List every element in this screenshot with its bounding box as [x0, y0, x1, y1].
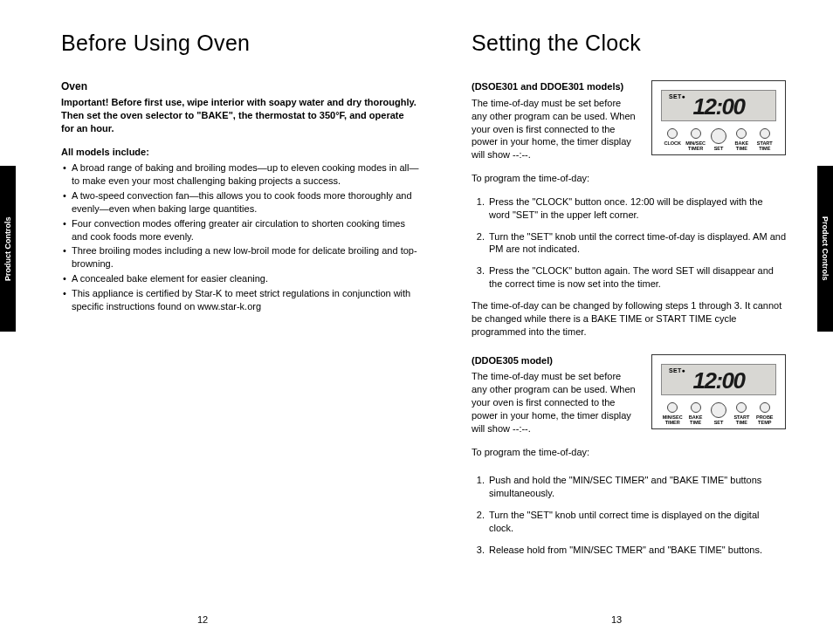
page-number-right: 13 — [611, 614, 622, 625]
intro-text-2: The time-of-day must be set before any o… — [472, 370, 637, 435]
panel-buttons-1: CLOCK MIN/SEC TIMER SET BAKE TIME START … — [661, 128, 776, 151]
lcd-display-1: SET● 12:00 — [661, 90, 776, 121]
minsec-button-icon — [691, 128, 701, 139]
list-item: A two-speed convection fan—this allows y… — [61, 189, 419, 216]
btn-label: CLOCK — [661, 140, 684, 146]
list-item: Push and hold the "MIN/SEC TIMER" and "B… — [487, 474, 786, 500]
page-title-left: Before Using Oven — [61, 31, 419, 56]
list-item: Press the "CLOCK" button again. The word… — [487, 264, 786, 291]
section-oven-heading: Oven — [61, 80, 419, 92]
btn-label: START TIME — [754, 140, 776, 151]
clock-panel-2: SET● 12:00 MIN/SEC TIMER BAKE TIME SET S… — [651, 354, 786, 429]
features-list: A broad range of baking and broiling mod… — [61, 161, 419, 312]
clock-panel-1: SET● 12:00 CLOCK MIN/SEC TIMER SET BAKE … — [651, 80, 786, 155]
section-clock-1: SET● 12:00 CLOCK MIN/SEC TIMER SET BAKE … — [472, 80, 786, 185]
minsec-button-icon — [667, 402, 678, 413]
page-right: Setting the Clock SET● 12:00 CLOCK MIN/S… — [472, 31, 786, 565]
btn-label: BAKE TIME — [730, 140, 753, 151]
list-item: Turn the "SET" knob until the correct ti… — [487, 230, 786, 257]
lcd-time: 12:00 — [693, 93, 745, 120]
note-1: The time-of-day can be changed by follow… — [472, 299, 786, 339]
lcd-display-2: SET● 12:00 — [661, 364, 776, 395]
lcd-time: 12:00 — [693, 367, 745, 394]
page-left: Before Using Oven Oven Important! Before… — [61, 31, 419, 315]
toprogram-2: To program the time-of-day: — [472, 446, 637, 459]
probetemp-button-icon — [760, 402, 770, 413]
panel-buttons-2: MIN/SEC TIMER BAKE TIME SET START TIME P… — [661, 402, 776, 425]
all-models-heading: All models include: — [61, 146, 419, 159]
page-title-right: Setting the Clock — [472, 31, 786, 56]
list-item: Press the "CLOCK" button once. 12:00 wil… — [487, 195, 786, 222]
starttime-button-icon — [760, 128, 770, 139]
intro-text-1: The time-of-day must be set before any o… — [472, 97, 637, 161]
list-item: Four convection modes offering greater a… — [61, 217, 419, 243]
list-item: A broad range of baking and broiling mod… — [61, 161, 419, 188]
list-item: Turn the "SET" knob until correct time i… — [487, 509, 786, 535]
list-item: Release hold from "MIN/SEC TMER" and "BA… — [487, 544, 786, 557]
important-note: Important! Before first use, wipe interi… — [61, 96, 419, 135]
page-number-left: 12 — [197, 614, 208, 625]
clock-button-icon — [667, 128, 678, 139]
lcd-set-indicator: SET● — [669, 367, 685, 373]
btn-label: MIN/SEC TIMER — [661, 414, 684, 425]
set-knob-icon — [711, 402, 726, 418]
baketime-button-icon — [736, 128, 747, 139]
toprogram-1: To program the time-of-day: — [472, 172, 637, 185]
list-item: A concealed bake element for easier clea… — [61, 272, 419, 285]
steps-list-1: Press the "CLOCK" button once. 12:00 wil… — [472, 195, 786, 291]
list-item: Three broiling modes including a new low… — [61, 244, 419, 271]
lcd-set-indicator: SET● — [669, 93, 685, 99]
side-tab-left: Product Controls — [0, 166, 16, 332]
btn-label: BAKE TIME — [684, 414, 706, 425]
btn-label: MIN/SEC TIMER — [684, 140, 706, 151]
btn-label: PROBE TEMP — [754, 414, 776, 425]
set-knob-icon — [711, 128, 726, 144]
section-clock-2: SET● 12:00 MIN/SEC TIMER BAKE TIME SET S… — [472, 354, 786, 459]
side-tab-right: Product Controls — [817, 166, 833, 332]
list-item: This appliance is certified by Star-K to… — [61, 287, 419, 313]
btn-label: START TIME — [730, 414, 753, 425]
baketime-button-icon — [691, 402, 701, 413]
btn-label: SET — [707, 420, 730, 425]
steps-list-2: Push and hold the "MIN/SEC TIMER" and "B… — [472, 469, 786, 556]
btn-label: SET — [707, 146, 730, 151]
starttime-button-icon — [736, 402, 747, 413]
